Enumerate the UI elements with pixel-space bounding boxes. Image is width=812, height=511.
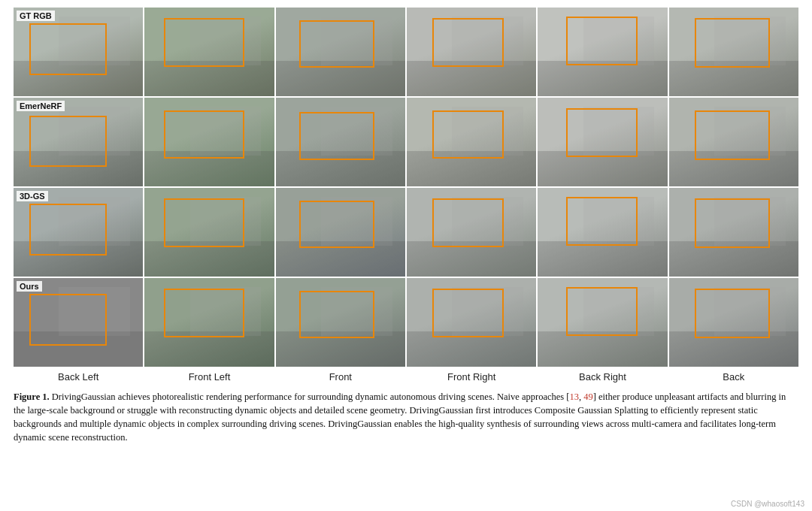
cell-3-4 bbox=[538, 278, 667, 367]
bounding-box-0-4 bbox=[566, 17, 638, 65]
cell-3-2 bbox=[276, 278, 405, 367]
image-row-2: 3D-GS bbox=[14, 188, 798, 277]
bounding-box-1-4 bbox=[566, 108, 638, 157]
bounding-box-0-2 bbox=[299, 20, 374, 68]
bounding-box-1-2 bbox=[299, 112, 374, 160]
bounding-box-3-5 bbox=[695, 289, 770, 338]
watermark: CSDN @whaosoft143 bbox=[731, 500, 804, 508]
cell-2-0: 3D-GS bbox=[14, 188, 143, 277]
cell-2-5 bbox=[669, 188, 798, 277]
bounding-box-0-1 bbox=[164, 18, 244, 67]
col-label-0: Back Left bbox=[14, 371, 143, 382]
cell-0-4 bbox=[538, 8, 667, 96]
col-label-5: Back bbox=[669, 371, 798, 382]
col-label-1: Front Left bbox=[144, 371, 274, 382]
cell-0-2 bbox=[276, 8, 405, 96]
row-label-1: EmerNeRF bbox=[17, 101, 65, 111]
caption-text-1: DrivingGaussian achieves photorealistic … bbox=[50, 392, 570, 402]
image-row-0: GT RGB bbox=[14, 8, 798, 96]
bounding-box-2-4 bbox=[566, 197, 638, 246]
bounding-box-3-2 bbox=[299, 291, 374, 339]
bounding-box-0-3 bbox=[432, 18, 504, 67]
col-label-2: Front bbox=[276, 371, 405, 382]
caption-ref-2: 49 bbox=[583, 392, 593, 402]
row-label-2: 3D-GS bbox=[17, 191, 48, 201]
cell-3-0: Ours bbox=[14, 278, 143, 367]
bounding-box-3-0 bbox=[29, 294, 107, 345]
cell-2-1 bbox=[144, 188, 274, 277]
caption-ref-1: 13 bbox=[569, 392, 579, 402]
bounding-box-1-0 bbox=[29, 116, 107, 167]
cell-1-4 bbox=[538, 98, 667, 186]
cell-3-1 bbox=[144, 278, 274, 367]
cell-3-3 bbox=[407, 278, 536, 367]
col-label-4: Back Right bbox=[538, 371, 667, 382]
cell-0-1 bbox=[144, 8, 274, 96]
cell-0-3 bbox=[407, 8, 536, 96]
bounding-box-2-5 bbox=[695, 198, 770, 248]
bounding-box-1-5 bbox=[695, 110, 770, 160]
bounding-box-2-1 bbox=[164, 198, 244, 247]
image-row-3: Ours bbox=[14, 278, 798, 367]
cell-2-2 bbox=[276, 188, 405, 277]
figure-label: Figure 1. bbox=[14, 392, 50, 402]
cell-1-3 bbox=[407, 98, 536, 186]
bounding-box-0-5 bbox=[695, 18, 770, 68]
cell-2-3 bbox=[407, 188, 536, 277]
cell-2-4 bbox=[538, 188, 667, 277]
bounding-box-1-3 bbox=[432, 110, 504, 159]
image-grid: GT RGBEmerNeRF3D-GSOurs bbox=[14, 8, 798, 368]
bounding-box-3-3 bbox=[432, 289, 504, 337]
figure-caption: Figure 1. DrivingGaussian achieves photo… bbox=[14, 390, 798, 445]
image-row-1: EmerNeRF bbox=[14, 98, 798, 186]
bounding-box-3-4 bbox=[566, 287, 638, 336]
cell-0-5 bbox=[669, 8, 798, 96]
main-container: GT RGBEmerNeRF3D-GSOurs Back LeftFront L… bbox=[0, 0, 812, 511]
cell-1-0: EmerNeRF bbox=[14, 98, 143, 186]
cell-3-5 bbox=[669, 278, 798, 367]
bounding-box-2-0 bbox=[29, 204, 107, 255]
column-labels: Back LeftFront LeftFrontFront RightBack … bbox=[14, 371, 798, 382]
bounding-box-0-0 bbox=[29, 23, 107, 74]
bounding-box-3-1 bbox=[164, 289, 244, 337]
bounding-box-2-2 bbox=[299, 201, 374, 249]
cell-1-1 bbox=[144, 98, 274, 186]
row-label-3: Ours bbox=[17, 281, 42, 292]
bounding-box-1-1 bbox=[164, 110, 244, 159]
cell-1-5 bbox=[669, 98, 798, 186]
col-label-3: Front Right bbox=[407, 371, 536, 382]
bounding-box-2-3 bbox=[432, 198, 504, 247]
cell-0-0: GT RGB bbox=[14, 8, 143, 96]
cell-1-2 bbox=[276, 98, 405, 186]
row-label-0: GT RGB bbox=[17, 11, 55, 21]
